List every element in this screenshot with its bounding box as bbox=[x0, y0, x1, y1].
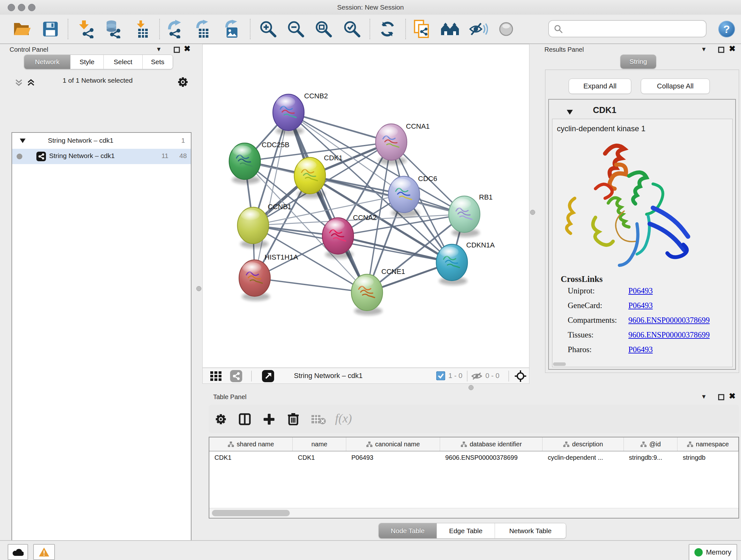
warnings-button[interactable] bbox=[33, 544, 55, 560]
birdseye-grid-icon[interactable] bbox=[210, 371, 222, 381]
column-header-name[interactable]: name bbox=[293, 437, 346, 451]
network-node-CDKN1A[interactable] bbox=[436, 244, 468, 285]
refresh-view-icon[interactable] bbox=[379, 20, 396, 38]
collapse-all-button[interactable]: Collapse All bbox=[641, 78, 710, 94]
network-canvas[interactable]: CCNB2CCNA1CDC25BCDK1CDC6RB1CCNB1CCNA2CDK… bbox=[202, 44, 529, 368]
collection-expander-icon[interactable] bbox=[20, 138, 25, 143]
help-button[interactable]: ? bbox=[718, 21, 735, 37]
column-header-shared-name[interactable]: shared name bbox=[209, 437, 293, 451]
export-image-icon[interactable] bbox=[223, 20, 241, 38]
memory-button[interactable]: Memory bbox=[689, 544, 737, 560]
column-header-@id[interactable]: @id bbox=[624, 437, 678, 451]
network-node-CCNB2[interactable] bbox=[273, 94, 304, 135]
network-node-CCNB1[interactable] bbox=[238, 207, 269, 248]
delete-column-trash-icon[interactable] bbox=[287, 413, 299, 425]
table-panel-menu-icon[interactable]: ▾ bbox=[702, 393, 705, 400]
hidden-eye-slash-icon[interactable] bbox=[471, 372, 482, 380]
cell-name[interactable]: CDK1 bbox=[293, 451, 346, 464]
control-tab-style[interactable]: Style bbox=[71, 55, 104, 69]
card-hscroll-thumb[interactable] bbox=[553, 362, 566, 366]
network-row-selected[interactable]: String Network – cdk1 11 48 bbox=[12, 149, 191, 164]
network-node-HIST1H1A[interactable] bbox=[239, 260, 270, 301]
duplicate-network-icon[interactable] bbox=[413, 19, 430, 39]
cell-@id[interactable]: stringdb:9... bbox=[624, 451, 678, 464]
crosslink-value-link[interactable]: P06493 bbox=[628, 287, 653, 295]
left-splitter-handle[interactable] bbox=[196, 286, 201, 291]
network-node-CDC6[interactable] bbox=[388, 176, 420, 217]
show-hide-graphics-icon[interactable] bbox=[469, 21, 488, 37]
table-options-gear-icon[interactable] bbox=[215, 414, 226, 425]
cell-namespace[interactable]: stringdb bbox=[677, 451, 738, 464]
results-panel-float-icon[interactable] bbox=[718, 47, 724, 53]
export-network-icon[interactable] bbox=[167, 20, 185, 38]
open-in-window-icon[interactable] bbox=[262, 370, 274, 382]
fit-selected-crosshair-icon[interactable] bbox=[515, 370, 526, 382]
control-tab-select[interactable]: Select bbox=[104, 55, 143, 69]
column-header-description[interactable]: description bbox=[542, 437, 623, 451]
selected-checkbox-icon[interactable] bbox=[436, 371, 445, 380]
expand-all-button[interactable]: Expand All bbox=[569, 78, 631, 94]
cloud-button[interactable] bbox=[8, 544, 28, 560]
network-share-icon[interactable] bbox=[230, 370, 242, 382]
crosslink-value-link[interactable]: 9606.ENSP00000378699 bbox=[628, 330, 710, 339]
search-input[interactable] bbox=[548, 20, 706, 37]
control-panel-close-icon[interactable]: ✖ bbox=[184, 45, 191, 52]
function-builder-icon[interactable]: f(x) bbox=[335, 411, 352, 425]
network-collection-row[interactable]: String Network – cdk1 1 bbox=[12, 133, 191, 149]
table-panel-float-icon[interactable] bbox=[718, 394, 724, 400]
card-collapse-icon[interactable] bbox=[567, 110, 573, 115]
delete-table-icon[interactable] bbox=[312, 415, 326, 425]
crosslink-value-link[interactable]: P06493 bbox=[628, 301, 653, 310]
zoom-out-icon[interactable] bbox=[287, 20, 305, 38]
control-panel-float-icon[interactable] bbox=[174, 47, 180, 53]
network-graph[interactable]: CCNB2CCNA1CDC25BCDK1CDC6RB1CCNB1CCNA2CDK… bbox=[203, 44, 529, 368]
table-tab-network-table[interactable]: Network Table bbox=[495, 523, 566, 538]
control-tab-network[interactable]: Network bbox=[24, 55, 71, 69]
cell-canonical-name[interactable]: P06493 bbox=[346, 451, 440, 464]
control-tab-sets[interactable]: Sets bbox=[143, 55, 173, 69]
table-panel-close-icon[interactable]: ✖ bbox=[729, 393, 736, 399]
zoom-in-icon[interactable] bbox=[259, 20, 277, 38]
control-panel-menu-icon[interactable]: ▾ bbox=[157, 46, 160, 52]
crosslink-value-link[interactable]: 9606.ENSP00000378699 bbox=[628, 316, 710, 325]
results-panel-menu-icon[interactable]: ▾ bbox=[702, 46, 705, 52]
table-tab-node-table[interactable]: Node Table bbox=[379, 523, 437, 538]
network-edge-HIST1H1A-CCNE1[interactable] bbox=[255, 278, 367, 293]
import-network-database-icon[interactable] bbox=[105, 20, 122, 38]
table-hscrollbar-thumb[interactable] bbox=[212, 510, 290, 516]
network-edge-CCNA2-CDKN1A[interactable] bbox=[338, 236, 452, 262]
column-header-database-identifier[interactable]: database identifier bbox=[440, 437, 542, 451]
right-splitter-handle[interactable] bbox=[530, 210, 535, 215]
zoom-selected-icon[interactable] bbox=[343, 20, 361, 38]
show-columns-icon[interactable] bbox=[239, 413, 251, 425]
first-neighbors-icon[interactable] bbox=[441, 21, 460, 37]
import-network-file-icon[interactable] bbox=[77, 20, 95, 38]
table-hscrollbar[interactable] bbox=[209, 508, 738, 518]
network-node-CCNA2[interactable] bbox=[322, 218, 354, 259]
export-table-icon[interactable] bbox=[194, 20, 212, 38]
bottom-splitter-handle[interactable] bbox=[468, 385, 474, 390]
import-table-file-icon[interactable] bbox=[134, 20, 151, 38]
cell-database-identifier[interactable]: 9606.ENSP00000378699 bbox=[440, 451, 542, 464]
network-node-CCNE1[interactable] bbox=[351, 274, 383, 315]
cell-description[interactable]: cyclin-dependent ... bbox=[542, 451, 623, 464]
column-header-namespace[interactable]: namespace bbox=[677, 437, 738, 451]
cell-shared-name[interactable]: CDK1 bbox=[209, 451, 293, 464]
create-column-icon[interactable] bbox=[263, 413, 275, 425]
tab-string[interactable]: String bbox=[620, 55, 656, 69]
network-node-CCNA1[interactable] bbox=[376, 124, 407, 165]
results-panel-close-icon[interactable]: ✖ bbox=[729, 45, 736, 52]
network-node-RB1[interactable] bbox=[449, 196, 480, 237]
zoom-fit-icon[interactable] bbox=[315, 20, 333, 38]
network-options-gear-icon[interactable] bbox=[178, 77, 188, 87]
eye-icon[interactable] bbox=[498, 21, 515, 37]
column-header-canonical-name[interactable]: canonical name bbox=[346, 437, 440, 451]
crosslink-value-link[interactable]: P06493 bbox=[628, 345, 653, 354]
save-session-icon[interactable] bbox=[43, 21, 58, 37]
table-header-row[interactable]: shared namenamecanonical namedatabase id… bbox=[209, 437, 738, 451]
open-session-icon[interactable] bbox=[13, 21, 31, 37]
network-node-CDK1[interactable] bbox=[294, 158, 326, 198]
network-node-CDC25B[interactable] bbox=[229, 143, 260, 184]
table-row[interactable]: CDK1CDK1P064939606.ENSP00000378699cyclin… bbox=[209, 451, 738, 464]
table-tab-edge-table[interactable]: Edge Table bbox=[437, 523, 495, 538]
